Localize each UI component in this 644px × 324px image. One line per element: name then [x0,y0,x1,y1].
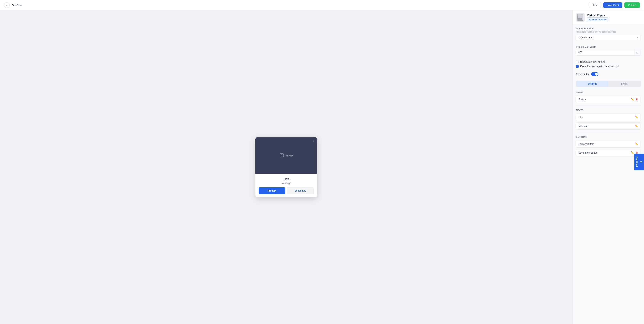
feedback-label: Feedback [636,157,638,167]
template-info: Vertical Popup Change Template [587,14,608,21]
layout-position-desc: Horizontal position is only for desktop … [576,31,641,33]
popup-buttons: Primary Secondary [259,187,314,194]
buttons-section-header: BUTTONS [573,134,644,139]
popup-close-button[interactable]: × [313,139,315,143]
keep-in-place-checkbox-row: Keep this message in place on scroll [576,65,641,68]
texts-buttons-divider [576,132,641,132]
primary-button-label: Primary Button [578,143,594,145]
popup-max-width-section: Pop-up Max Width px [573,43,644,55]
primary-button-field-row: Primary Button ✏️ [576,140,641,148]
texts-section-header: TEXTS [573,107,644,113]
dismiss-checkbox[interactable] [576,61,579,63]
title-edit-icon[interactable]: ✏️ [635,116,638,119]
publish-button[interactable]: Publish [624,2,640,8]
source-delete-icon[interactable]: 🗑 [636,98,638,101]
app-title: On-Site [12,3,22,7]
change-template-button[interactable]: Change Template [587,17,608,21]
styles-tab[interactable]: Styles [608,81,640,87]
svg-point-1 [281,155,281,155]
message-field-actions: ✏️ [635,125,638,128]
settings-styles-tabs: Settings Styles [576,81,641,87]
keep-in-place-label: Keep this message in place on scroll [580,65,619,68]
popup-secondary-button[interactable]: Secondary [287,187,314,194]
save-draft-button[interactable]: Save Draft [603,2,622,8]
layout-position-label: Layout Position [576,27,641,29]
back-icon: ‹ [6,3,7,7]
width-input[interactable] [576,49,634,55]
layout-position-section: Layout Position Horizontal position is o… [573,24,644,41]
checkboxes-section: Dismiss on click outside Keep this messa… [573,58,644,69]
secondary-button-label: Secondary Button [578,152,597,154]
width-input-wrapper: px [576,49,641,55]
popup-title: Title [259,177,314,181]
title-field-row: Title ✏️ [576,113,641,121]
close-button-toggle[interactable] [591,72,598,76]
back-button[interactable]: ‹ [4,2,10,8]
feedback-icon: ✉ [640,161,642,163]
canvas-area: × Image Title Message Primary Secondary [0,10,572,324]
template-thumb-inner [578,14,583,21]
message-edit-icon[interactable]: ✏️ [635,125,638,128]
dismiss-checkbox-row: Dismiss on click outside [576,61,641,63]
close-button-label: Close Button [576,73,590,76]
topbar-right: Test Save Draft Publish [589,2,640,8]
popup-message: Message [259,182,314,185]
title-label: Title [578,116,583,119]
test-button[interactable]: Test [589,2,601,8]
template-header: Vertical Popup Change Template [573,10,644,24]
source-field-row: Source ✏️ 🗑 [576,96,641,103]
title-field-actions: ✏️ [635,116,638,119]
source-field-actions: ✏️ 🗑 [631,98,638,101]
layout-position-dropdown-wrapper: Middle Center Top Center Bottom Center T… [576,34,641,41]
popup-content: Title Message Primary Secondary [256,174,317,197]
image-placeholder: Image [279,153,294,158]
primary-button-edit-icon[interactable]: ✏️ [635,142,638,145]
layout-position-select[interactable]: Middle Center Top Center Bottom Center T… [576,34,641,41]
image-icon [279,153,284,158]
image-label: Image [286,154,294,157]
media-texts-divider [576,105,641,106]
template-thumbnail [576,13,585,22]
dismiss-label: Dismiss on click outside [580,61,606,63]
popup-image-area: × Image [256,137,317,174]
primary-button-field-actions: ✏️ [635,142,638,145]
source-label: Source [578,98,586,101]
settings-tab[interactable]: Settings [576,81,608,87]
message-label: Message [578,125,588,128]
popup-preview: × Image Title Message Primary Secondary [256,137,317,197]
popup-primary-button[interactable]: Primary [259,187,285,194]
secondary-button-field-row: Secondary Button ✏️ 🗑 [576,149,641,157]
main-layout: × Image Title Message Primary Secondary [0,10,644,324]
close-button-section: Close Button [573,69,644,79]
template-name: Vertical Popup [587,14,608,17]
topbar: ‹ On-Site Test Save Draft Publish [0,0,644,10]
close-button-toggle-row: Close Button [576,72,641,76]
source-edit-icon[interactable]: ✏️ [631,98,634,101]
message-field-row: Message ✏️ [576,122,641,130]
popup-max-width-label: Pop-up Max Width [576,46,641,48]
keep-in-place-checkbox[interactable] [576,65,579,68]
media-section-header: MEDIA [573,89,644,95]
right-panel: Vertical Popup Change Template Layout Po… [572,10,644,324]
feedback-tab[interactable]: ✉ Feedback [634,154,644,170]
width-unit: px [634,49,641,55]
topbar-left: ‹ On-Site [4,2,586,8]
secondary-button-edit-icon[interactable]: ✏️ [631,151,634,154]
